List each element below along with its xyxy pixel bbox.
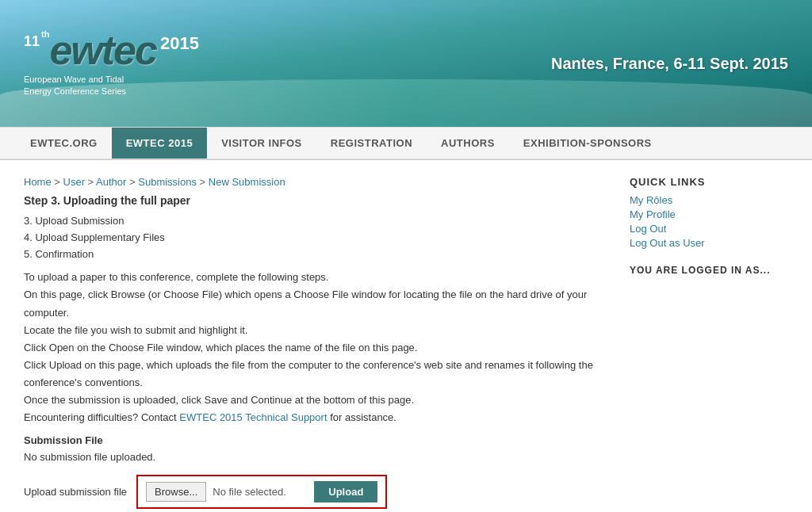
quick-link-roles[interactable]: My Rôles <box>630 194 788 206</box>
support-link[interactable]: EWTEC 2015 Technical Support <box>179 411 327 423</box>
logo-th: th <box>41 29 49 39</box>
instruction-5: Click Upload on this page, which uploads… <box>24 357 614 392</box>
breadcrumb-home[interactable]: Home <box>24 176 52 188</box>
logo-year: 2015 <box>160 33 199 54</box>
step-5: 5. Confirmation <box>24 246 614 263</box>
upload-button[interactable]: Upload <box>314 481 377 502</box>
logo-subtitle: European Wave and Tidal Energy Conferenc… <box>24 74 199 98</box>
instructions: To upload a paper to this conference, co… <box>24 269 614 426</box>
instruction-6: Once the submission is uploaded, click S… <box>24 392 614 409</box>
step-3: 3. Upload Submission <box>24 213 614 230</box>
content-area: Home > User > Author > Submissions > New… <box>24 176 614 512</box>
nav-item-ewtec-2015[interactable]: EWTEC 2015 <box>112 128 207 159</box>
nav-item-visitor-infos[interactable]: VISITOR INFOS <box>207 128 316 159</box>
quick-links-list: My Rôles My Profile Log Out Log Out as U… <box>630 194 788 249</box>
page-heading: Step 3. Uploading the full paper <box>24 194 614 207</box>
step-list: 3. Upload Submission 4. Upload Supplemen… <box>24 213 614 262</box>
upload-control: Browse... No file selected. Upload <box>136 475 387 509</box>
breadcrumb-submissions[interactable]: Submissions <box>138 176 197 188</box>
header-location: Nantes, France, 6-11 Sept. 2015 <box>551 55 788 73</box>
instruction-4: Click Open on the Choose File window, wh… <box>24 339 614 357</box>
step-4: 4. Upload Supplementary Files <box>24 230 614 246</box>
upload-label: Upload submission file <box>24 486 127 498</box>
quick-links-heading: QUICK LINKS <box>630 176 788 188</box>
site-header: 11 th ewtec 2015 European Wave and Tidal… <box>0 0 812 127</box>
breadcrumb-user[interactable]: User <box>63 176 85 188</box>
quick-link-logout-as-user[interactable]: Log Out as User <box>630 237 788 249</box>
no-file-message: No submission file uploaded. <box>24 451 614 463</box>
file-name-display: No file selected. <box>213 486 308 498</box>
main-nav: EWTEC.ORG EWTEC 2015 VISITOR INFOS REGIS… <box>0 127 812 159</box>
instruction-7: Encountering difficulties? Contact EWTEC… <box>24 409 614 426</box>
upload-section: Upload submission file Browse... No file… <box>24 475 614 509</box>
logo: 11 th ewtec 2015 European Wave and Tidal… <box>24 29 199 98</box>
logo-ewtec: ewtec <box>49 29 156 71</box>
instruction-2: On this page, click Browse (or Choose Fi… <box>24 286 614 321</box>
breadcrumb-new-submission[interactable]: New Submission <box>209 176 285 188</box>
logo-11th: 11 <box>24 33 40 50</box>
sidebar: QUICK LINKS My Rôles My Profile Log Out … <box>630 176 788 512</box>
nav-item-registration[interactable]: REGISTRATION <box>316 128 427 159</box>
logged-in-heading: YOU ARE LOGGED IN AS... <box>630 265 788 276</box>
main-content: Home > User > Author > Submissions > New… <box>0 160 812 512</box>
nav-item-exhibition[interactable]: EXHIBITION-SPONSORS <box>509 128 666 159</box>
instruction-3: Locate the file you wish to submit and h… <box>24 322 614 339</box>
nav-item-authors[interactable]: AUTHORS <box>427 128 509 159</box>
quick-link-logout[interactable]: Log Out <box>630 223 788 235</box>
breadcrumb-author[interactable]: Author <box>96 176 126 188</box>
submission-file-label: Submission File <box>24 434 614 446</box>
quick-link-profile[interactable]: My Profile <box>630 208 788 220</box>
instruction-1: To upload a paper to this conference, co… <box>24 269 614 286</box>
nav-item-ewtec-org[interactable]: EWTEC.ORG <box>16 128 112 159</box>
browse-button[interactable]: Browse... <box>146 482 206 502</box>
breadcrumb: Home > User > Author > Submissions > New… <box>24 176 614 188</box>
